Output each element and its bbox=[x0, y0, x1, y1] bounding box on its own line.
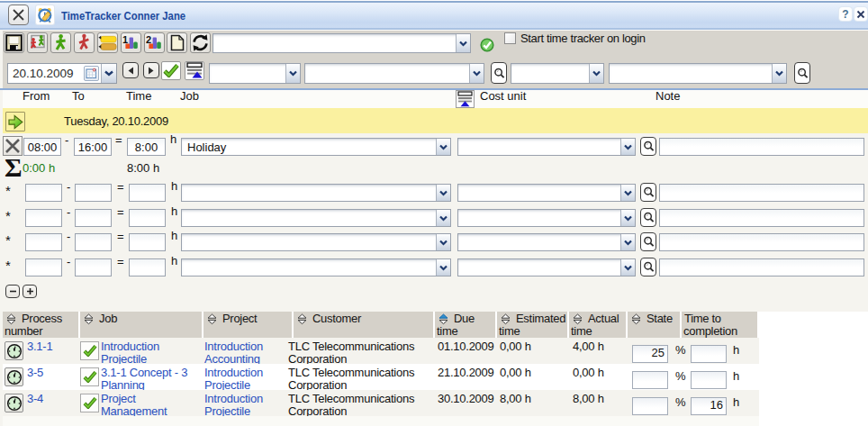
svg-text:2: 2 bbox=[146, 34, 151, 45]
svg-text:1: 1 bbox=[122, 34, 128, 45]
